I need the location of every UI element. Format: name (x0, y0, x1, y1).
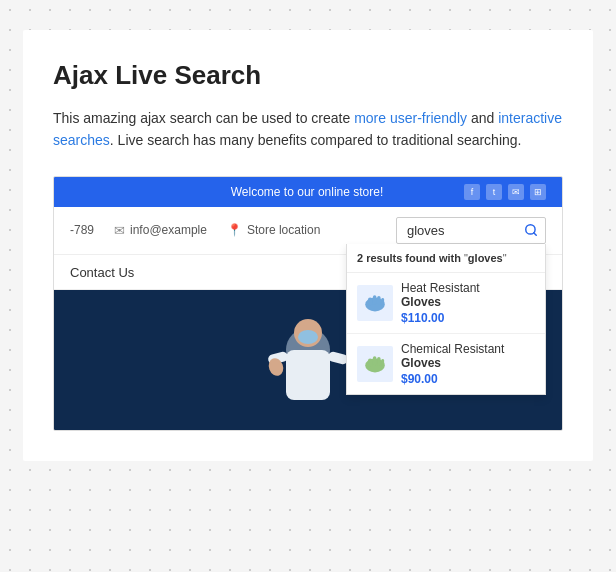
svg-line-1 (534, 233, 537, 236)
welcome-message: Welcome to our online store! (150, 185, 464, 199)
facebook-icon[interactable]: f (464, 184, 480, 200)
product-thumb-1 (357, 285, 393, 321)
dropdown-item-2[interactable]: Chemical Resistant Gloves $90.00 (347, 334, 545, 394)
product-price-2: $90.00 (401, 372, 504, 386)
svg-rect-10 (377, 357, 381, 365)
location-icon: 📍 (227, 223, 242, 237)
location-text: Store location (247, 223, 320, 237)
mail-icon[interactable]: ✉ (508, 184, 524, 200)
product-thumb-2 (357, 346, 393, 382)
dropdown-header: 2 results found with "gloves" (347, 244, 545, 273)
svg-rect-3 (368, 297, 372, 305)
twitter-icon[interactable]: t (486, 184, 502, 200)
page-container: Ajax Live Search This amazing ajax searc… (23, 30, 593, 461)
glove-icon-2 (361, 350, 389, 378)
search-area: 2 results found with "gloves" (396, 217, 546, 244)
svg-point-14 (298, 330, 318, 344)
email-icon: ✉ (114, 223, 125, 238)
desc-text-2: and (467, 110, 498, 126)
svg-rect-4 (373, 295, 377, 304)
social-icons: f t ✉ ⊞ (464, 184, 546, 200)
top-bar: Welcome to our online store! f t ✉ ⊞ (54, 177, 562, 207)
store-preview: Welcome to our online store! f t ✉ ⊞ -78… (53, 176, 563, 431)
svg-rect-6 (381, 298, 384, 305)
product-info-2: Chemical Resistant Gloves $90.00 (401, 342, 504, 386)
page-title: Ajax Live Search (53, 60, 563, 91)
page-description: This amazing ajax search can be used to … (53, 107, 563, 152)
search-dropdown: 2 results found with "gloves" (346, 244, 546, 395)
svg-rect-8 (368, 358, 372, 366)
email-text: info@example (130, 223, 207, 237)
svg-rect-11 (381, 359, 384, 366)
query-text: gloves (468, 252, 503, 264)
desc-text-1: This amazing ajax search can be used to … (53, 110, 354, 126)
svg-rect-9 (373, 356, 377, 365)
email-contact: ✉ info@example (114, 223, 207, 238)
product-price-1: $110.00 (401, 311, 480, 325)
product-name-2: Chemical Resistant Gloves (401, 342, 504, 370)
svg-rect-15 (286, 350, 330, 400)
svg-rect-5 (377, 296, 381, 304)
product-info-1: Heat Resistant Gloves $110.00 (401, 281, 480, 325)
link-user-friendly[interactable]: more user-friendly (354, 110, 467, 126)
header-bar: -789 ✉ info@example 📍 Store location (54, 207, 562, 255)
dropdown-item-1[interactable]: Heat Resistant Gloves $110.00 (347, 273, 545, 334)
product-name-1: Heat Resistant Gloves (401, 281, 480, 309)
desc-text-3: . Live search has many benefits compared… (110, 132, 522, 148)
phone-number: -789 (70, 223, 94, 237)
store-location: 📍 Store location (227, 223, 320, 237)
results-text: 2 results found with (357, 252, 464, 264)
rss-icon[interactable]: ⊞ (530, 184, 546, 200)
search-icon (524, 223, 538, 237)
search-button[interactable] (524, 223, 538, 237)
contact-us-link[interactable]: Contact Us (70, 265, 134, 280)
glove-icon-1 (361, 289, 389, 317)
